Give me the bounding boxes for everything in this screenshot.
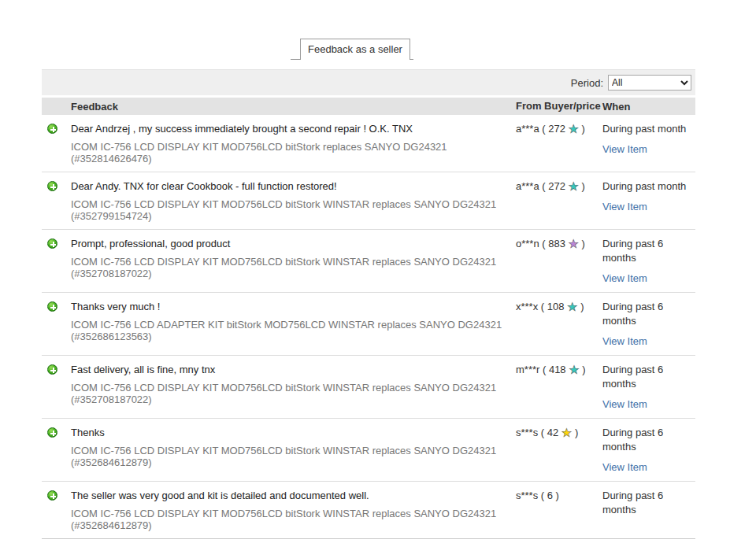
when-text: During past 6 months: [602, 237, 695, 265]
row-feedback-cell: Dear Andy. TNX for clear Cookbook - full…: [69, 179, 516, 222]
positive-feedback-icon: [47, 427, 57, 438]
row-when-cell: During past 6 months View Item: [602, 237, 695, 285]
buyer-score-close: ): [572, 427, 578, 438]
header-when: When: [602, 101, 695, 113]
feedback-comment: The seller was very good and kit is deta…: [71, 489, 516, 503]
feedback-comment: Thanks very much !: [71, 300, 516, 314]
buyer-score: 108: [547, 301, 565, 312]
feedback-row: Dear Andrzej , my success immediately br…: [42, 115, 695, 172]
row-feedback-cell: Fast delivery, all is fine, mny tnx ICOM…: [69, 363, 516, 405]
row-feedback-cell: Thanks very much ! ICOM IC-756 LCD ADAPT…: [69, 300, 516, 342]
view-item-link[interactable]: View Item: [602, 461, 647, 473]
positive-feedback-icon: [47, 238, 57, 249]
buyer-score-open: (: [538, 490, 547, 501]
view-item-link[interactable]: View Item: [602, 398, 647, 410]
item-title: ICOM IC-756 LCD DISPLAY KIT MOD756LCD bi…: [71, 508, 516, 531]
row-icon-cell: [42, 179, 69, 194]
view-item-link[interactable]: View Item: [602, 272, 647, 284]
buyer-info: a***a ( 272 ★ ): [516, 122, 602, 136]
row-icon-cell: [42, 426, 69, 441]
positive-feedback-icon: [47, 490, 57, 501]
feedback-row: Thanks very much ! ICOM IC-756 LCD ADAPT…: [42, 293, 695, 356]
buyer-info: o***n ( 883 ★ ): [516, 237, 602, 251]
item-title: ICOM IC-756 LCD DISPLAY KIT MOD756LCD bi…: [71, 256, 516, 279]
row-feedback-cell: Thenks ICOM IC-756 LCD DISPLAY KIT MOD75…: [69, 426, 516, 468]
buyer-id: o***n: [516, 238, 539, 249]
positive-feedback-icon: [47, 301, 57, 312]
row-icon-cell: [42, 237, 69, 252]
when-text: During past 6 months: [602, 363, 695, 391]
when-text: During past 6 months: [602, 426, 695, 454]
header-feedback: Feedback: [69, 101, 516, 113]
row-when-cell: During past 6 months View Item: [602, 300, 695, 348]
row-when-cell: During past 6 months: [602, 489, 695, 517]
row-when-cell: During past month View Item: [602, 122, 695, 156]
item-title: ICOM IC-756 LCD DISPLAY KIT MOD756LCD bi…: [71, 445, 516, 468]
view-item-link[interactable]: View Item: [602, 335, 647, 347]
row-icon-cell: [42, 122, 69, 137]
buyer-score: 272: [548, 180, 565, 192]
buyer-id: s***s: [516, 490, 538, 501]
feedback-comment: Prompt, professional, good product: [71, 237, 516, 251]
buyer-score: 883: [548, 238, 565, 249]
buyer-score-open: (: [539, 180, 549, 192]
buyer-info: m***r ( 418 ★ ): [516, 363, 602, 377]
item-title: ICOM IC-756 LCD DISPLAY KIT MOD756LCD bi…: [71, 382, 516, 405]
buyer-score-close: ): [579, 238, 585, 249]
feedback-panel: Period: All Feedback From Buyer/price Wh…: [42, 69, 695, 539]
table-header-row: Feedback From Buyer/price When: [42, 98, 695, 115]
feedback-row: Prompt, professional, good product ICOM …: [42, 230, 695, 293]
when-text: During past 6 months: [602, 489, 695, 517]
view-item-link[interactable]: View Item: [602, 143, 647, 155]
row-when-cell: During past 6 months View Item: [602, 426, 695, 474]
feedback-row: Thenks ICOM IC-756 LCD DISPLAY KIT MOD75…: [42, 419, 695, 482]
feedback-row: Dear Andy. TNX for clear Cookbook - full…: [42, 172, 695, 230]
feedback-star-icon: ★: [561, 426, 572, 439]
buyer-score-close: ): [580, 364, 586, 375]
feedback-comment: Dear Andy. TNX for clear Cookbook - full…: [71, 179, 516, 194]
buyer-score-open: (: [539, 364, 549, 375]
row-feedback-cell: The seller was very good and kit is deta…: [69, 489, 516, 531]
when-text: During past 6 months: [602, 300, 695, 328]
buyer-id: m***r: [516, 364, 539, 375]
buyer-score-close: ): [556, 490, 559, 501]
row-icon-cell: [42, 300, 69, 315]
feedback-page: Feedback as a seller Period: All Feedbac…: [0, 0, 756, 558]
buyer-score-close: ): [579, 123, 585, 135]
feedback-star-icon: ★: [569, 179, 579, 193]
header-from-buyer-price: From Buyer/price: [516, 99, 602, 113]
item-title: ICOM IC-756 LCD DISPLAY KIT MOD756LCD bi…: [71, 198, 516, 222]
buyer-id: s***s: [516, 427, 538, 438]
buyer-score-close: ): [579, 180, 585, 192]
buyer-score-open: (: [538, 301, 547, 312]
feedback-star-icon: ★: [569, 237, 579, 250]
buyer-score-open: (: [538, 427, 547, 438]
feedback-table-body: Dear Andrzej , my success immediately br…: [42, 115, 695, 539]
buyer-info: x***x ( 108 ★ ): [516, 300, 602, 314]
buyer-info: a***a ( 272 ★ ): [516, 179, 602, 194]
buyer-id: a***a: [516, 180, 539, 192]
positive-feedback-icon: [47, 124, 57, 134]
feedback-row: The seller was very good and kit is deta…: [42, 482, 695, 539]
feedback-comment: Thenks: [71, 426, 516, 440]
row-icon-cell: [42, 363, 69, 378]
buyer-score: 418: [549, 364, 566, 375]
feedback-comment: Fast delivery, all is fine, mny tnx: [71, 363, 516, 377]
buyer-info: s***s ( 6 ): [516, 489, 602, 503]
buyer-score: 6: [547, 490, 553, 501]
positive-feedback-icon: [47, 364, 57, 375]
period-select[interactable]: All: [608, 75, 691, 91]
buyer-score-close: ): [578, 301, 584, 312]
when-text: During past month: [602, 179, 695, 194]
view-item-link[interactable]: View Item: [602, 201, 647, 212]
buyer-id: a***a: [516, 123, 539, 135]
buyer-score: 42: [547, 427, 558, 438]
positive-feedback-icon: [47, 181, 57, 191]
tab-label: Feedback as a seller: [308, 43, 402, 55]
buyer-score-open: (: [539, 123, 549, 135]
item-title: ICOM IC-756 LCD DISPLAY KIT MOD756LCD bi…: [71, 141, 516, 164]
tab-feedback-as-seller[interactable]: Feedback as a seller: [300, 39, 410, 60]
row-feedback-cell: Dear Andrzej , my success immediately br…: [69, 122, 516, 164]
row-icon-cell: [42, 489, 69, 504]
feedback-star-icon: ★: [569, 363, 579, 376]
